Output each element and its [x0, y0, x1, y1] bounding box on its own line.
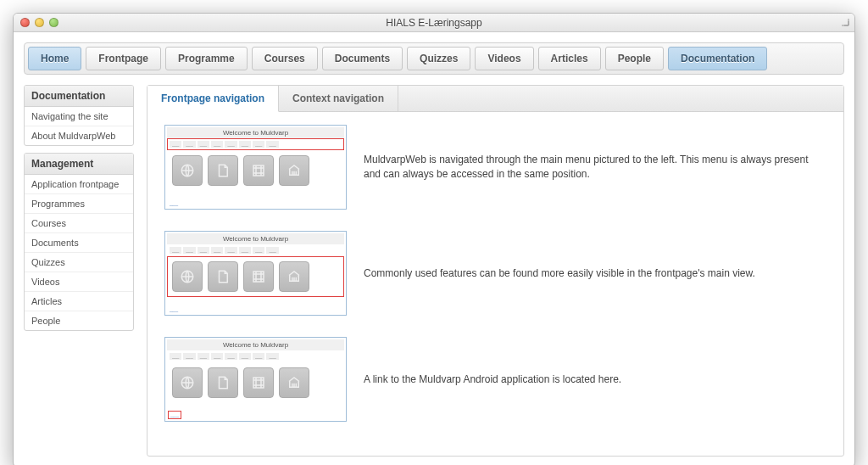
sidebar-header: Documentation: [25, 86, 133, 107]
screenshot-thumbnail: Welcome to Muldvarp_____________________…: [164, 125, 347, 210]
doc-row: Welcome to Muldvarp_____________________…: [164, 125, 826, 210]
thumb-menu: ________________________: [167, 244, 344, 256]
tab-bar: Frontpage navigationContext navigation: [147, 86, 843, 112]
main-panel: Frontpage navigationContext navigation W…: [147, 85, 844, 457]
tab[interactable]: Context navigation: [279, 86, 398, 111]
document-icon: [208, 155, 238, 186]
nav-people[interactable]: People: [605, 47, 664, 70]
sidebar-item[interactable]: Quizzes: [25, 253, 133, 272]
nav-frontpage[interactable]: Frontpage: [86, 47, 161, 70]
sidebar-group: DocumentationNavigating the siteAbout Mu…: [24, 85, 134, 146]
tab[interactable]: Frontpage navigation: [147, 86, 279, 112]
sidebar: DocumentationNavigating the siteAbout Mu…: [24, 85, 134, 457]
film-icon: [243, 261, 274, 292]
nav-programme[interactable]: Programme: [165, 47, 248, 70]
nav-articles[interactable]: Articles: [538, 47, 601, 70]
thumb-menu: ________________________: [167, 350, 344, 362]
sidebar-item[interactable]: Videos: [25, 272, 133, 292]
building-icon: [279, 261, 309, 292]
building-icon: [279, 367, 309, 398]
film-icon: [243, 155, 274, 186]
content-area: DocumentationNavigating the siteAbout Mu…: [14, 85, 854, 465]
building-icon: [279, 155, 309, 186]
sidebar-group: ManagementApplication frontpageProgramme…: [24, 153, 134, 331]
thumb-android-link: ___: [168, 200, 180, 207]
doc-description: Commonly used features can be found more…: [364, 266, 755, 281]
thumb-title: Welcome to Muldvarp: [167, 233, 344, 244]
sidebar-item[interactable]: Articles: [25, 292, 133, 311]
svg-rect-1: [253, 165, 264, 176]
doc-row: Welcome to Muldvarp_____________________…: [164, 231, 826, 316]
thumb-icon-row: [167, 256, 344, 297]
sidebar-item[interactable]: People: [25, 311, 133, 330]
sidebar-item[interactable]: Programmes: [25, 194, 133, 214]
film-icon: [243, 367, 274, 398]
doc-description: A link to the Muldvarp Android applicati…: [364, 373, 621, 387]
thumb-title: Welcome to Muldvarp: [167, 339, 344, 350]
screenshot-thumbnail: Welcome to Muldvarp_____________________…: [164, 231, 347, 316]
thumb-icon-row: [167, 362, 344, 403]
titlebar: HIALS E-Læringsapp: [14, 14, 854, 32]
thumb-icon-row: [167, 150, 344, 191]
sidebar-item[interactable]: Navigating the site: [25, 107, 133, 126]
resize-icon[interactable]: [840, 17, 850, 27]
nav-videos[interactable]: Videos: [475, 47, 533, 70]
svg-rect-3: [253, 272, 264, 282]
screenshot-thumbnail: Welcome to Muldvarp_____________________…: [164, 337, 347, 422]
thumb-menu: ________________________: [167, 138, 344, 150]
tab-content: Welcome to Muldvarp_____________________…: [147, 112, 843, 456]
globe-icon: [172, 261, 203, 292]
thumb-title: Welcome to Muldvarp: [167, 127, 344, 138]
globe-icon: [172, 155, 203, 186]
nav-home[interactable]: Home: [28, 47, 81, 70]
sidebar-item[interactable]: Application frontpage: [25, 175, 133, 194]
window-title: HIALS E-Læringsapp: [14, 17, 854, 29]
globe-icon: [172, 367, 203, 398]
doc-description: MuldvarpWeb is navigated through the mai…: [364, 153, 826, 182]
sidebar-header: Management: [25, 154, 133, 175]
sidebar-item[interactable]: About MuldvarpWeb: [25, 126, 133, 145]
nav-documents[interactable]: Documents: [322, 47, 403, 70]
sidebar-item[interactable]: Courses: [25, 214, 133, 233]
thumb-android-link: ___: [168, 411, 181, 419]
main-navbar: HomeFrontpageProgrammeCoursesDocumentsQu…: [14, 32, 854, 85]
sidebar-item[interactable]: Documents: [25, 233, 133, 253]
svg-rect-5: [253, 378, 264, 388]
app-window: HIALS E-Læringsapp HomeFrontpageProgramm…: [13, 13, 855, 465]
nav-quizzes[interactable]: Quizzes: [407, 47, 470, 70]
nav-courses[interactable]: Courses: [252, 47, 318, 70]
nav-documentation[interactable]: Documentation: [668, 47, 767, 70]
document-icon: [208, 367, 238, 398]
nav-row: HomeFrontpageProgrammeCoursesDocumentsQu…: [24, 42, 844, 75]
doc-row: Welcome to Muldvarp_____________________…: [164, 337, 826, 422]
document-icon: [208, 261, 238, 292]
thumb-android-link: ___: [168, 306, 180, 313]
